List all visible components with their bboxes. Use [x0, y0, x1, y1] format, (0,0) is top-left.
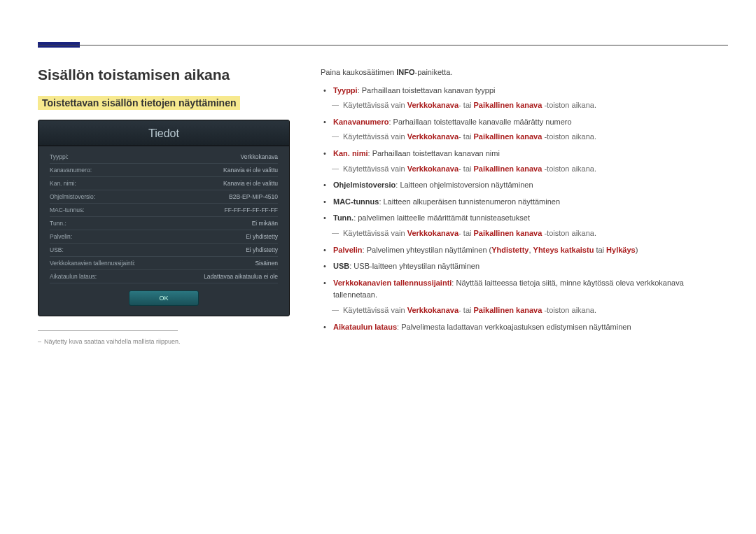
info-panel: Tiedot Tyyppi:Verkkokanava Kanavanumero:… — [38, 120, 290, 316]
panel-row-label: USB: — [50, 246, 64, 253]
list-item-desc-pre: : Palvelimen yhteystilan näyttäminen ( — [363, 246, 492, 254]
list-item-desc: : Laitteen ohjelmistoversion näyttäminen — [396, 181, 533, 189]
list-item: Ohjelmistoversio: Laitteen ohjelmistover… — [333, 179, 728, 192]
list-item-desc: : USB-laitteen yhteystilan näyttäminen — [349, 262, 479, 270]
panel-row-value: Ei yhdistetty — [246, 246, 278, 253]
panel-row-value: Ei mikään — [252, 220, 278, 227]
panel-row-value: Ladattavaa aikataulua ei ole — [204, 273, 278, 280]
section-heading: Toistettavan sisällön tietojen näyttämin… — [38, 96, 240, 110]
list-item-term: Tunn. — [333, 213, 354, 222]
sub-note: Käytettävissä vain Verkkokanava- tai Pai… — [333, 163, 728, 176]
panel-row-label: Ohjelmistoversio: — [50, 193, 95, 200]
list-item-term: Verkkokanavien tallennussijainti — [333, 279, 451, 287]
list-item-term: Palvelin — [333, 246, 363, 254]
page-content: Sisällön toistamisen aikana Toistettavan… — [38, 66, 728, 345]
list-item-desc: : Parhaillaan toistettavalle kanavalle m… — [388, 118, 571, 126]
panel-row-label: Kan. nimi: — [50, 180, 76, 187]
panel-row: Palvelin:Ei yhdistetty — [50, 230, 278, 244]
panel-row-value: Kanavia ei ole valittu — [223, 180, 278, 187]
list-item: Kanavanumero: Parhaillaan toistettavalle… — [333, 116, 728, 143]
left-column: Sisällön toistamisen aikana Toistettavan… — [38, 66, 290, 345]
list-item-desc: : Palvelimesta ladattavan verkkoajastuks… — [397, 323, 631, 331]
panel-row-value: FF-FF-FF-FF-FF-FF — [225, 206, 278, 213]
sub-note: Käytettävissä vain Verkkokanava- tai Pai… — [333, 99, 728, 112]
list-item: Aikataulun lataus: Palvelimesta ladattav… — [333, 321, 728, 334]
info-panel-body: Tyyppi:Verkkokanava Kanavanumero:Kanavia… — [38, 146, 289, 316]
list-item: Tyyppi: Parhaillaan toistettavan kanavan… — [333, 85, 728, 112]
panel-row-value: Ei yhdistetty — [246, 233, 278, 240]
intro-bold: INFO — [396, 68, 414, 76]
list-item-term: Kan. nimi — [333, 149, 368, 157]
panel-row-label: Verkkokanavien tallennussijainti: — [50, 260, 135, 267]
sub-note: Käytettävissä vain Verkkokanava- tai Pai… — [333, 304, 728, 317]
list-item: Kan. nimi: Parhaillaan toistettavan kana… — [333, 148, 728, 175]
list-item: USB: USB-laitteen yhteystilan näyttämine… — [333, 260, 728, 273]
list-item: Verkkokanavien tallennussijainti: Näyttä… — [333, 277, 728, 317]
panel-row-label: Kanavanumero: — [50, 167, 92, 174]
intro-prefix: Paina kaukosäätimen — [321, 68, 396, 76]
right-column: Paina kaukosäätimen INFO-painiketta. Tyy… — [321, 66, 728, 345]
list-item-desc: : Parhaillaan toistettavan kanavan nimi — [368, 149, 500, 157]
list-item-term: USB — [333, 262, 349, 270]
sub-note: Käytettävissä vain Verkkokanava- tai Pai… — [333, 227, 728, 240]
bullet-list: Tyyppi: Parhaillaan toistettavan kanavan… — [321, 85, 728, 334]
list-item-term: MAC-tunnus — [333, 197, 379, 206]
panel-row: Verkkokanavien tallennussijainti:Sisäine… — [50, 257, 278, 270]
sub-note: Käytettävissä vain Verkkokanava- tai Pai… — [333, 131, 728, 143]
panel-row-label: Palvelin: — [50, 233, 72, 240]
list-item-term: Aikataulun lataus — [333, 323, 397, 331]
header-rule — [38, 45, 728, 45]
list-item-desc: : Laitteen alkuperäisen tunnistenumeron … — [379, 197, 560, 206]
panel-row: Aikataulun lataus:Ladattavaa aikataulua … — [50, 270, 278, 283]
panel-row-value: B2B-EP-MIP-4510 — [229, 193, 278, 200]
panel-row: Tunn.:Ei mikään — [50, 217, 278, 230]
list-item: MAC-tunnus: Laitteen alkuperäisen tunnis… — [333, 196, 728, 209]
panel-row: USB:Ei yhdistetty — [50, 244, 278, 257]
page-title: Sisällön toistamisen aikana — [38, 66, 290, 83]
panel-row: Kan. nimi:Kanavia ei ole valittu — [50, 177, 278, 190]
ok-button[interactable]: OK — [129, 290, 199, 306]
list-item-term: Tyyppi — [333, 86, 358, 94]
intro-line: Paina kaukosäätimen INFO-painiketta. — [321, 66, 728, 79]
list-item-term: Kanavanumero — [333, 118, 388, 126]
footnote-text: Näytetty kuva saattaa vaihdella mallista… — [38, 338, 290, 345]
panel-row-label: MAC-tunnus: — [50, 206, 85, 213]
panel-row-value: Sisäinen — [255, 260, 278, 267]
panel-row: MAC-tunnus:FF-FF-FF-FF-FF-FF — [50, 204, 278, 217]
panel-row-value: Verkkokanava — [241, 153, 278, 160]
panel-row: Kanavanumero:Kanavia ei ole valittu — [50, 164, 278, 177]
list-item-desc: : palvelimen laitteelle määrittämät tunn… — [354, 213, 530, 222]
ok-button-wrap: OK — [50, 283, 278, 309]
panel-row-label: Aikataulun lataus: — [50, 273, 97, 280]
panel-row-label: Tyyppi: — [50, 153, 69, 160]
footnote-divider — [38, 330, 178, 331]
list-item: Palvelin: Palvelimen yhteystilan näyttäm… — [333, 244, 728, 257]
panel-row-label: Tunn.: — [50, 220, 66, 227]
info-panel-title: Tiedot — [38, 120, 289, 146]
list-item-desc: : Parhaillaan toistettavan kanavan tyypp… — [358, 86, 496, 94]
panel-row: Ohjelmistoversio:B2B-EP-MIP-4510 — [50, 190, 278, 204]
panel-row-value: Kanavia ei ole valittu — [223, 167, 278, 174]
panel-row: Tyyppi:Verkkokanava — [50, 150, 278, 164]
intro-suffix: -painiketta. — [415, 68, 453, 76]
list-item-term: Ohjelmistoversio — [333, 181, 396, 189]
list-item: Tunn.: palvelimen laitteelle määrittämät… — [333, 212, 728, 239]
